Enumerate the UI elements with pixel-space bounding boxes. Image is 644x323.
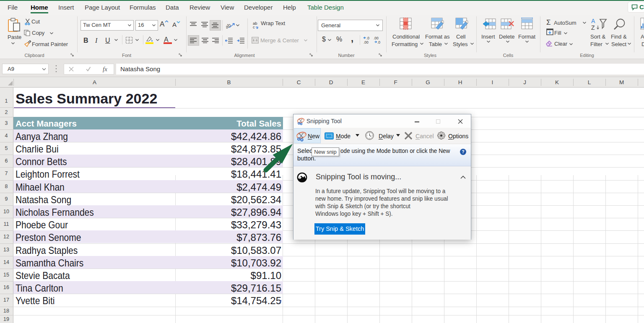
svg-text:ab: ab [226, 22, 232, 29]
svg-text:Z: Z [591, 24, 595, 31]
svg-text:?: ? [462, 149, 464, 154]
svg-text:.0: .0 [377, 40, 380, 44]
svg-text:c: c [253, 25, 255, 29]
svg-text:A: A [591, 18, 595, 24]
svg-text:.00: .00 [364, 40, 369, 44]
svg-text:fx: fx [103, 66, 107, 72]
